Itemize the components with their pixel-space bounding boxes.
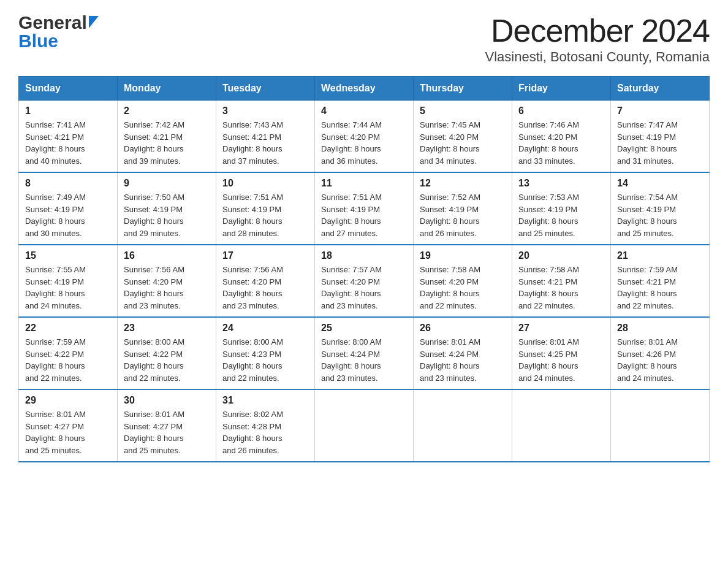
day-number: 5 — [420, 105, 506, 117]
calendar-cell: 4 Sunrise: 7:44 AM Sunset: 4:20 PM Dayli… — [315, 101, 414, 173]
calendar-cell: 2 Sunrise: 7:42 AM Sunset: 4:21 PM Dayli… — [118, 101, 216, 173]
day-number: 8 — [25, 178, 111, 189]
day-info: Sunrise: 8:01 AM Sunset: 4:24 PM Dayligh… — [420, 336, 506, 384]
logo-blue-text: Blue — [18, 31, 99, 52]
calendar-cell: 29 Sunrise: 8:01 AM Sunset: 4:27 PM Dayl… — [19, 389, 118, 462]
calendar-cell: 19 Sunrise: 7:58 AM Sunset: 4:20 PM Dayl… — [414, 245, 512, 317]
day-number: 13 — [518, 178, 604, 189]
day-number: 29 — [25, 395, 111, 406]
day-info: Sunrise: 7:50 AM Sunset: 4:19 PM Dayligh… — [124, 191, 210, 239]
calendar-cell: 5 Sunrise: 7:45 AM Sunset: 4:20 PM Dayli… — [414, 101, 512, 173]
day-number: 14 — [617, 178, 703, 189]
calendar-cell: 12 Sunrise: 7:52 AM Sunset: 4:19 PM Dayl… — [414, 172, 512, 245]
day-number: 22 — [25, 323, 111, 334]
logo: General Blue — [18, 12, 99, 52]
week-row-4: 22 Sunrise: 7:59 AM Sunset: 4:22 PM Dayl… — [19, 317, 710, 389]
week-row-1: 1 Sunrise: 7:41 AM Sunset: 4:21 PM Dayli… — [19, 101, 710, 173]
calendar-cell: 9 Sunrise: 7:50 AM Sunset: 4:19 PM Dayli… — [118, 172, 216, 245]
day-info: Sunrise: 7:51 AM Sunset: 4:19 PM Dayligh… — [321, 191, 407, 239]
calendar-header-row: Sunday Monday Tuesday Wednesday Thursday… — [19, 77, 710, 101]
day-number: 4 — [321, 105, 407, 117]
day-info: Sunrise: 7:41 AM Sunset: 4:21 PM Dayligh… — [25, 119, 111, 167]
day-number: 21 — [617, 250, 703, 261]
day-info: Sunrise: 8:01 AM Sunset: 4:27 PM Dayligh… — [25, 408, 111, 456]
day-info: Sunrise: 7:52 AM Sunset: 4:19 PM Dayligh… — [420, 191, 506, 239]
calendar-cell: 30 Sunrise: 8:01 AM Sunset: 4:27 PM Dayl… — [118, 389, 216, 462]
col-tuesday: Tuesday — [216, 77, 315, 101]
col-sunday: Sunday — [19, 77, 118, 101]
day-number: 12 — [420, 178, 506, 189]
day-info: Sunrise: 7:58 AM Sunset: 4:21 PM Dayligh… — [518, 264, 604, 312]
calendar-cell — [414, 389, 512, 462]
calendar-cell: 10 Sunrise: 7:51 AM Sunset: 4:19 PM Dayl… — [216, 172, 315, 245]
calendar-table: Sunday Monday Tuesday Wednesday Thursday… — [18, 76, 710, 462]
calendar-subtitle: Vlasinesti, Botosani County, Romania — [485, 49, 710, 65]
day-number: 11 — [321, 178, 407, 189]
day-info: Sunrise: 7:45 AM Sunset: 4:20 PM Dayligh… — [420, 119, 506, 167]
day-number: 28 — [617, 323, 703, 334]
day-number: 24 — [222, 323, 308, 334]
day-number: 9 — [124, 178, 210, 189]
day-info: Sunrise: 7:56 AM Sunset: 4:20 PM Dayligh… — [124, 264, 210, 312]
day-info: Sunrise: 8:01 AM Sunset: 4:26 PM Dayligh… — [617, 336, 703, 384]
calendar-title: December 2024 — [485, 12, 710, 49]
day-number: 16 — [124, 250, 210, 261]
day-info: Sunrise: 7:46 AM Sunset: 4:20 PM Dayligh… — [518, 119, 604, 167]
calendar-cell: 1 Sunrise: 7:41 AM Sunset: 4:21 PM Dayli… — [19, 101, 118, 173]
day-number: 27 — [518, 323, 604, 334]
day-number: 15 — [25, 250, 111, 261]
day-info: Sunrise: 7:55 AM Sunset: 4:19 PM Dayligh… — [25, 264, 111, 312]
page-header: General Blue December 2024 Vlasinesti, B… — [18, 12, 710, 65]
day-info: Sunrise: 7:59 AM Sunset: 4:22 PM Dayligh… — [25, 336, 111, 384]
day-number: 1 — [25, 105, 111, 117]
col-saturday: Saturday — [611, 77, 710, 101]
day-info: Sunrise: 7:42 AM Sunset: 4:21 PM Dayligh… — [124, 119, 210, 167]
calendar-cell: 25 Sunrise: 8:00 AM Sunset: 4:24 PM Dayl… — [315, 317, 414, 389]
day-number: 10 — [222, 178, 308, 189]
day-info: Sunrise: 7:53 AM Sunset: 4:19 PM Dayligh… — [518, 191, 604, 239]
day-number: 6 — [518, 105, 604, 117]
day-number: 20 — [518, 250, 604, 261]
calendar-cell — [611, 389, 710, 462]
calendar-cell: 24 Sunrise: 8:00 AM Sunset: 4:23 PM Dayl… — [216, 317, 315, 389]
day-info: Sunrise: 8:00 AM Sunset: 4:24 PM Dayligh… — [321, 336, 407, 384]
week-row-2: 8 Sunrise: 7:49 AM Sunset: 4:19 PM Dayli… — [19, 172, 710, 245]
calendar-cell: 28 Sunrise: 8:01 AM Sunset: 4:26 PM Dayl… — [611, 317, 710, 389]
week-row-5: 29 Sunrise: 8:01 AM Sunset: 4:27 PM Dayl… — [19, 389, 710, 462]
calendar-cell: 27 Sunrise: 8:01 AM Sunset: 4:25 PM Dayl… — [512, 317, 611, 389]
col-friday: Friday — [512, 77, 611, 101]
day-number: 3 — [222, 105, 308, 117]
day-info: Sunrise: 8:00 AM Sunset: 4:22 PM Dayligh… — [124, 336, 210, 384]
calendar-cell: 22 Sunrise: 7:59 AM Sunset: 4:22 PM Dayl… — [19, 317, 118, 389]
calendar-cell — [315, 389, 414, 462]
calendar-cell: 14 Sunrise: 7:54 AM Sunset: 4:19 PM Dayl… — [611, 172, 710, 245]
day-number: 7 — [617, 105, 703, 117]
day-info: Sunrise: 7:49 AM Sunset: 4:19 PM Dayligh… — [25, 191, 111, 239]
calendar-cell: 3 Sunrise: 7:43 AM Sunset: 4:21 PM Dayli… — [216, 101, 315, 173]
logo-wordmark: General Blue — [18, 12, 99, 52]
day-info: Sunrise: 7:54 AM Sunset: 4:19 PM Dayligh… — [617, 191, 703, 239]
day-number: 19 — [420, 250, 506, 261]
day-info: Sunrise: 8:01 AM Sunset: 4:27 PM Dayligh… — [124, 408, 210, 456]
calendar-cell — [512, 389, 611, 462]
logo-triangle-icon — [89, 16, 99, 28]
day-info: Sunrise: 8:02 AM Sunset: 4:28 PM Dayligh… — [222, 408, 308, 456]
day-number: 26 — [420, 323, 506, 334]
week-row-3: 15 Sunrise: 7:55 AM Sunset: 4:19 PM Dayl… — [19, 245, 710, 317]
day-info: Sunrise: 8:01 AM Sunset: 4:25 PM Dayligh… — [518, 336, 604, 384]
calendar-cell: 23 Sunrise: 8:00 AM Sunset: 4:22 PM Dayl… — [118, 317, 216, 389]
calendar-cell: 11 Sunrise: 7:51 AM Sunset: 4:19 PM Dayl… — [315, 172, 414, 245]
day-info: Sunrise: 8:00 AM Sunset: 4:23 PM Dayligh… — [222, 336, 308, 384]
col-monday: Monday — [118, 77, 216, 101]
day-info: Sunrise: 7:51 AM Sunset: 4:19 PM Dayligh… — [222, 191, 308, 239]
day-info: Sunrise: 7:47 AM Sunset: 4:19 PM Dayligh… — [617, 119, 703, 167]
calendar-cell: 7 Sunrise: 7:47 AM Sunset: 4:19 PM Dayli… — [611, 101, 710, 173]
day-info: Sunrise: 7:43 AM Sunset: 4:21 PM Dayligh… — [222, 119, 308, 167]
day-number: 18 — [321, 250, 407, 261]
calendar-cell: 18 Sunrise: 7:57 AM Sunset: 4:20 PM Dayl… — [315, 245, 414, 317]
day-info: Sunrise: 7:44 AM Sunset: 4:20 PM Dayligh… — [321, 119, 407, 167]
calendar-cell: 16 Sunrise: 7:56 AM Sunset: 4:20 PM Dayl… — [118, 245, 216, 317]
day-info: Sunrise: 7:58 AM Sunset: 4:20 PM Dayligh… — [420, 264, 506, 312]
day-info: Sunrise: 7:56 AM Sunset: 4:20 PM Dayligh… — [222, 264, 308, 312]
calendar-cell: 6 Sunrise: 7:46 AM Sunset: 4:20 PM Dayli… — [512, 101, 611, 173]
